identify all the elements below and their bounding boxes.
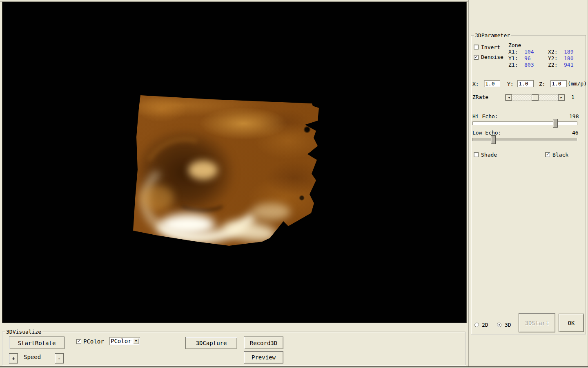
mode-2d-radio[interactable] bbox=[474, 323, 479, 327]
scale-z-label: Z: bbox=[539, 81, 546, 87]
zrate-label: ZRate bbox=[472, 94, 488, 100]
shade-label: Shade bbox=[481, 152, 497, 158]
mode-3d-radio[interactable] bbox=[497, 323, 501, 327]
ok-button[interactable]: OK bbox=[559, 314, 584, 332]
scale-x-label: X: bbox=[472, 81, 479, 87]
preview-button[interactable]: Preview bbox=[244, 351, 283, 364]
shade-checkbox[interactable] bbox=[474, 152, 479, 157]
zone-x2-label: X2: bbox=[548, 49, 557, 55]
low-echo-label: Low Echo: bbox=[472, 130, 501, 136]
volume-bright-upper bbox=[252, 203, 290, 220]
hi-echo-slider-track[interactable] bbox=[472, 121, 577, 125]
speed-plus-button[interactable]: + bbox=[9, 353, 18, 364]
visualize-group-title: 3DVisualize bbox=[5, 329, 42, 335]
parameter-group-title: 3DParameter bbox=[474, 32, 511, 38]
zone-y2-value: 180 bbox=[564, 55, 573, 61]
check-icon: ✓ bbox=[546, 152, 549, 157]
scale-z-input[interactable] bbox=[550, 80, 567, 87]
hi-echo-label: Hi Echo: bbox=[472, 113, 498, 119]
zrate-scroll-thumb[interactable] bbox=[532, 94, 539, 101]
volume-bright-core bbox=[161, 214, 215, 235]
visualize-groupbox: 3DVisualize StartRotate ✓ PColor PColor … bbox=[2, 332, 466, 365]
invert-checkbox[interactable] bbox=[474, 45, 479, 49]
start-rotate-button[interactable]: StartRotate bbox=[9, 337, 65, 349]
zrate-scroll-left-icon[interactable]: ◄ bbox=[506, 94, 512, 101]
volume-light-patch bbox=[140, 185, 174, 211]
zone-x1-label: X1: bbox=[508, 49, 518, 55]
mode-3d-label: 3D bbox=[505, 322, 511, 328]
zone-label: Zone bbox=[508, 42, 521, 48]
zrate-scroll-right-icon[interactable]: ► bbox=[558, 94, 565, 101]
scale-unit-label: (mm/p) bbox=[568, 81, 587, 87]
speed-label: Speed bbox=[24, 354, 41, 360]
ultrasound-volume-render[interactable] bbox=[2, 2, 466, 323]
scale-x-input[interactable] bbox=[484, 80, 500, 87]
volume-bright-east bbox=[222, 218, 278, 244]
zone-x2-value: 189 bbox=[564, 49, 573, 55]
zrate-scrollbar[interactable]: ◄ ► bbox=[505, 94, 565, 101]
zone-z1-value: 803 bbox=[524, 62, 534, 68]
zone-z2-value: 941 bbox=[564, 62, 573, 68]
hi-echo-slider-thumb[interactable] bbox=[553, 119, 558, 128]
render-viewport[interactable] bbox=[2, 2, 467, 323]
3dstart-button[interactable]: 3DStart bbox=[519, 313, 555, 332]
mode-2d-label: 2D bbox=[482, 322, 488, 328]
pcolor-dropdown-value: PColor bbox=[109, 338, 133, 344]
pcolor-label: PColor bbox=[83, 339, 104, 345]
speed-minus-button[interactable]: - bbox=[55, 353, 64, 364]
black-label: Black bbox=[552, 152, 568, 158]
pcolor-checkbox[interactable]: ✓ bbox=[76, 339, 81, 344]
scale-y-input[interactable] bbox=[517, 80, 534, 87]
low-echo-slider-track[interactable] bbox=[472, 138, 577, 141]
denoise-checkbox[interactable]: ✓ bbox=[474, 55, 479, 60]
check-icon: ✓ bbox=[475, 54, 478, 60]
low-echo-value: 46 bbox=[572, 130, 579, 136]
zone-y1-value: 96 bbox=[524, 55, 531, 61]
record3d-button[interactable]: Record3D bbox=[244, 337, 283, 349]
scale-y-label: Y: bbox=[507, 81, 514, 87]
invert-label: Invert bbox=[481, 44, 500, 50]
parameter-groupbox: 3DParameter Invert ✓ Denoise Zone X1: 10… bbox=[471, 35, 586, 334]
zone-y2-label: Y2: bbox=[548, 55, 557, 61]
chevron-down-icon[interactable]: ▼ bbox=[133, 338, 139, 344]
zone-x1-value: 104 bbox=[524, 49, 534, 55]
zone-y1-label: Y1: bbox=[508, 55, 518, 61]
pcolor-dropdown[interactable]: PColor ▼ bbox=[109, 337, 140, 345]
window-frame-bottom bbox=[0, 366, 588, 368]
hi-echo-value: 198 bbox=[569, 113, 579, 119]
zone-z1-label: Z1: bbox=[508, 62, 518, 68]
parameter-panel: 3DParameter Invert ✓ Denoise Zone X1: 10… bbox=[468, 0, 587, 366]
zrate-value: 1 bbox=[571, 94, 575, 100]
radio-dot bbox=[499, 324, 500, 325]
check-icon: ✓ bbox=[78, 339, 80, 344]
denoise-label: Denoise bbox=[481, 54, 503, 60]
low-echo-slider-thumb[interactable] bbox=[491, 135, 496, 144]
zone-z2-label: Z2: bbox=[548, 62, 557, 68]
3dcapture-button[interactable]: 3DCapture bbox=[185, 337, 237, 349]
black-checkbox[interactable]: ✓ bbox=[545, 152, 550, 157]
